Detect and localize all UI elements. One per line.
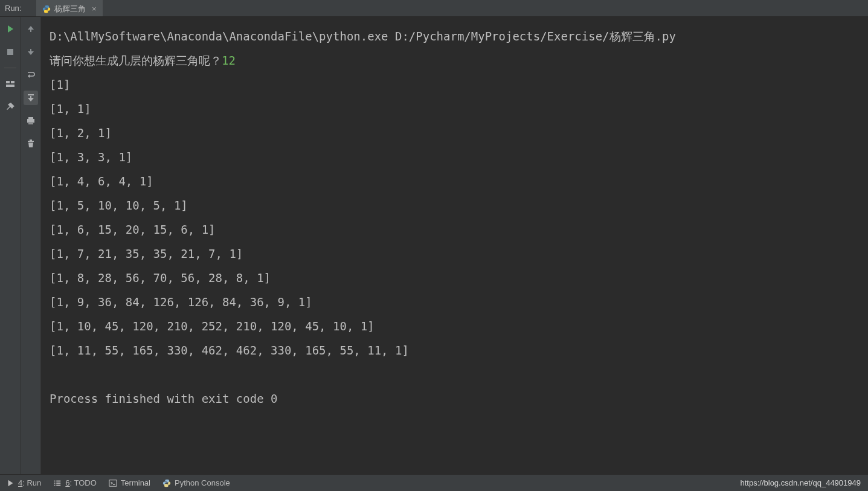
console-blank-line	[50, 362, 860, 387]
terminal-icon	[109, 479, 117, 487]
pin-icon[interactable]	[3, 100, 18, 114]
arrow-up-icon[interactable]	[24, 22, 38, 36]
console-output-line: [1, 11, 55, 165, 330, 462, 462, 330, 165…	[50, 338, 860, 362]
python-file-icon	[42, 5, 51, 13]
print-icon[interactable]	[24, 114, 38, 128]
bottom-terminal-button[interactable]: Terminal	[103, 475, 156, 491]
run-tab-strip: Run: 杨辉三角 ×	[0, 0, 868, 17]
run-label: Run:	[0, 0, 36, 16]
bottom-terminal-label: Terminal	[121, 478, 150, 487]
svg-rect-11	[28, 141, 34, 142]
scroll-to-end-icon[interactable]	[24, 91, 38, 105]
layout-icon[interactable]	[3, 77, 18, 91]
console-prompt-text: 请问你想生成几层的杨辉三角呢？	[50, 54, 222, 67]
svg-rect-18	[57, 484, 61, 486]
toolbar-separator	[4, 68, 16, 68]
console-prompt-line: 请问你想生成几层的杨辉三角呢？12	[50, 48, 860, 72]
console-output-line: [1]	[50, 72, 860, 97]
run-tab-active[interactable]: 杨辉三角 ×	[36, 0, 103, 16]
console-exit-line: Process finished with exit code 0	[50, 387, 860, 411]
bottom-toolbar: 4: Run 6: TODO Terminal Python Console h…	[0, 474, 868, 491]
svg-rect-12	[30, 140, 32, 141]
trash-icon[interactable]	[24, 136, 38, 151]
console-output-line: [1, 8, 28, 56, 70, 56, 28, 8, 1]	[50, 266, 860, 290]
console-command-line: D:\AllMySoftware\Anaconda\AnacondaFile\p…	[50, 24, 860, 48]
close-tab-icon[interactable]: ×	[92, 4, 97, 13]
svg-rect-1	[6, 81, 10, 83]
run-toolbar-primary	[0, 17, 21, 474]
svg-rect-10	[28, 122, 33, 124]
bottom-python-console-button[interactable]: Python Console	[156, 475, 236, 491]
run-toolbar-secondary	[21, 17, 41, 474]
svg-rect-13	[54, 480, 56, 481]
console-output-line: [1, 2, 1]	[50, 121, 860, 145]
bottom-run-label: 4: Run	[18, 478, 41, 487]
python-icon	[162, 479, 171, 487]
svg-rect-3	[6, 85, 14, 87]
svg-rect-2	[11, 81, 14, 83]
svg-rect-6	[28, 94, 34, 95]
stop-icon[interactable]	[3, 45, 18, 59]
svg-rect-4	[30, 29, 31, 32]
console-output-line: [1, 1]	[50, 97, 860, 121]
console-output-line: [1, 6, 15, 20, 15, 6, 1]	[50, 217, 860, 242]
svg-rect-5	[30, 49, 31, 52]
svg-rect-14	[57, 480, 61, 481]
console-output-line: [1, 3, 3, 1]	[50, 145, 860, 169]
svg-rect-15	[54, 483, 56, 484]
bottom-todo-label: 6: TODO	[65, 478, 97, 487]
console-output-line: [1, 5, 10, 10, 5, 1]	[50, 193, 860, 217]
run-tool-window: D:\AllMySoftware\Anaconda\AnacondaFile\p…	[0, 17, 868, 474]
console-output-line: [1, 4, 6, 4, 1]	[50, 169, 860, 193]
console-output-line: [1, 10, 45, 120, 210, 252, 210, 120, 45,…	[50, 314, 860, 338]
svg-rect-0	[7, 49, 13, 55]
rerun-icon[interactable]	[3, 22, 18, 36]
bottom-python-console-label: Python Console	[175, 478, 230, 487]
soft-wrap-icon[interactable]	[24, 68, 38, 82]
console-output-line: [1, 7, 21, 35, 35, 21, 7, 1]	[50, 242, 860, 266]
play-icon	[6, 479, 14, 487]
svg-rect-16	[57, 483, 61, 484]
console-output-line: [1, 9, 36, 84, 126, 126, 84, 36, 9, 1]	[50, 290, 860, 314]
console-user-input: 12	[222, 54, 236, 67]
arrow-down-icon[interactable]	[24, 45, 38, 59]
svg-rect-17	[54, 484, 56, 486]
console-output[interactable]: D:\AllMySoftware\Anaconda\AnacondaFile\p…	[41, 17, 868, 474]
list-icon	[53, 479, 62, 487]
watermark-text: https://blog.csdn.net/qq_44901949	[741, 478, 869, 487]
svg-rect-8	[28, 117, 33, 119]
bottom-todo-button[interactable]: 6: TODO	[47, 475, 103, 491]
bottom-run-button[interactable]: 4: Run	[0, 475, 47, 491]
run-tab-label: 杨辉三角	[54, 4, 86, 14]
svg-rect-7	[30, 96, 31, 98]
svg-rect-20	[113, 484, 115, 484]
